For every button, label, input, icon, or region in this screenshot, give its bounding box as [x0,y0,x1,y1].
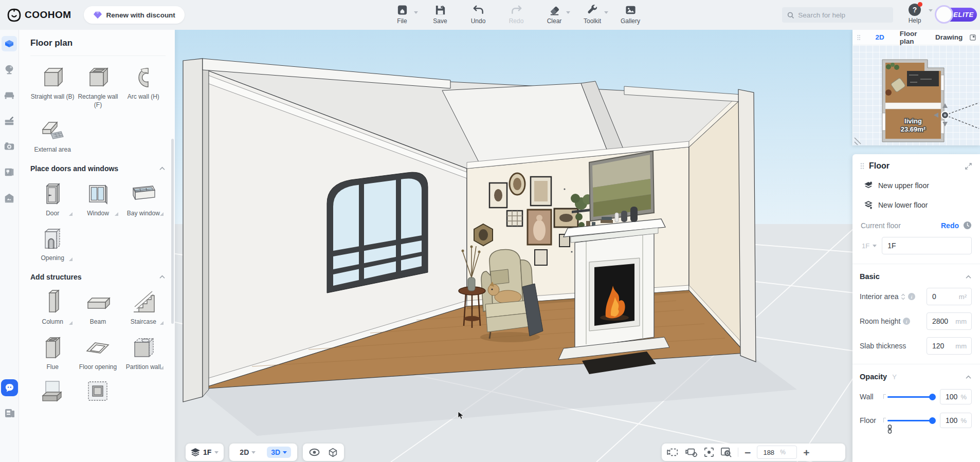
renew-with-discount-button[interactable]: Renew with discount [84,6,185,24]
history-clock-icon[interactable] [963,221,972,230]
help-button[interactable]: ? Help [902,4,927,24]
zoom-level-input[interactable] [757,449,780,456]
catalog-item-clipped-2[interactable] [76,378,120,406]
front-left-pillar-side [203,59,209,397]
catalog-item-partition-wall[interactable]: Partition wall [121,334,166,372]
help-search[interactable] [782,7,893,23]
chevron-down-icon [214,451,219,454]
section-doors-windows[interactable]: Place doors and windows [30,164,166,173]
expand-panel-icon[interactable] [965,163,972,170]
floor-selector-dropdown[interactable]: 1F [860,242,879,250]
interior-area-input[interactable] [927,292,959,301]
toolkit-caret-icon[interactable] [604,11,608,14]
catalog-item-clipped-1[interactable] [30,378,75,406]
catalog-item-external-area[interactable]: External area [30,116,75,154]
camera-icon [4,141,15,152]
drag-handle-icon[interactable] [860,162,865,170]
save-button[interactable]: Save [429,4,451,25]
catalog-item-rectangle-wall[interactable]: Rectangle wall (F) [76,63,120,109]
section-add-structures[interactable]: Add structures [30,273,166,281]
catalog-item-bay-window[interactable]: Bay window [121,180,166,218]
catalog-item-column[interactable]: Column [30,288,75,326]
more-variants-icon[interactable] [160,321,164,325]
external-area-icon [39,116,66,144]
room-height-input[interactable] [927,317,955,325]
zoom-region-button[interactable] [720,447,732,457]
clear-caret-icon[interactable] [566,11,570,14]
catalog-item-floor-opening[interactable]: Floor opening [76,334,120,372]
gallery-button[interactable]: Gallery [619,4,642,25]
floor-switcher[interactable]: 1F [186,443,224,461]
camera-settings-button[interactable] [685,447,698,457]
floor-opacity-slider[interactable] [887,417,935,424]
chat-support-button[interactable] [1,379,18,396]
slab-thickness-input[interactable] [927,342,955,350]
opacity-section-header[interactable]: Opacity Y [860,373,972,381]
rail-drawings-button[interactable] [2,164,17,180]
more-variants-icon[interactable] [69,257,72,261]
more-variants-icon[interactable] [160,366,164,369]
chevron-up-icon [159,166,166,171]
info-icon[interactable]: i [908,293,915,300]
visibility-eye-button[interactable] [309,448,320,456]
user-avatar[interactable] [935,5,953,24]
catalog-item-arc-wall[interactable]: Arc wall (H) [121,63,166,109]
catalog-item-straight-wall[interactable]: Straight wall (B) [30,63,75,109]
rail-render-button[interactable] [2,139,17,154]
wall-opacity-input[interactable] [940,393,960,401]
rail-templates-button[interactable] [2,190,17,206]
view-3d-button[interactable]: 3D [267,447,291,458]
top-toolbar: COOHOM Renew with discount File Save Und… [0,0,980,30]
help-caret-icon[interactable] [929,9,933,12]
floor-name-input[interactable] [882,242,971,250]
catalog-item-opening[interactable]: Opening [30,225,75,263]
floor-opacity-input[interactable] [940,416,960,424]
catalog-item-window[interactable]: Window [76,180,120,218]
info-icon[interactable]: i [903,318,910,325]
more-variants-icon[interactable] [69,321,72,325]
rail-customize-button[interactable] [2,113,17,128]
undo-button[interactable]: Undo [467,4,489,25]
news-feed-icon[interactable] [4,407,16,419]
drag-handle-icon[interactable] [857,34,861,41]
link-opacity-icon[interactable] [886,424,893,434]
minimap-2d-view[interactable]: living 23.69m² [852,45,980,145]
zoom-in-button[interactable]: + [803,447,809,458]
pin-panel-icon[interactable] [970,34,976,41]
camera-view-button[interactable] [667,447,679,457]
focus-center-button[interactable] [704,447,714,457]
toolkit-button[interactable]: Toolkit [581,4,604,25]
more-variants-icon[interactable] [69,212,72,216]
cube-view-button[interactable] [328,448,338,457]
rail-lighting-button[interactable] [2,62,17,77]
stepper-icon[interactable] [901,293,905,300]
tab-floor-plan[interactable]: Floor plan [900,30,928,45]
account-area[interactable]: ELITE [935,5,978,24]
file-button[interactable]: File [391,4,413,25]
new-lower-floor-button[interactable]: New lower floor [860,200,972,210]
more-variants-icon[interactable] [115,212,118,216]
tab-drawing[interactable]: Drawing [935,33,963,41]
basic-section-header[interactable]: Basic [860,272,972,281]
search-input[interactable] [798,11,888,19]
more-variants-icon[interactable] [160,212,164,216]
new-upper-floor-button[interactable]: New upper floor [860,181,972,190]
rail-furniture-button[interactable] [2,87,17,103]
rail-floorplan-button[interactable] [2,36,17,51]
app-logo[interactable]: COOHOM [7,8,71,22]
cube-icon [328,448,338,457]
panel-scrollbar[interactable] [171,139,174,324]
catalog-item-staircase[interactable]: Staircase [121,288,166,326]
catalog-item-beam[interactable]: Beam [76,288,120,326]
wall-opacity-slider[interactable] [887,393,935,400]
file-caret-icon[interactable] [414,11,418,14]
room-height-box: mm [927,312,972,330]
catalog-item-door[interactable]: Door [30,180,75,218]
zoom-out-button[interactable]: − [745,447,751,458]
catalog-item-flue[interactable]: Flue [30,334,75,372]
view-2d-button[interactable]: 2D [235,447,260,458]
tab-2d[interactable]: 2D [875,33,884,41]
clear-button[interactable]: Clear [543,4,566,25]
redo-link[interactable]: Redo [941,221,959,230]
redo-button[interactable]: Redo [505,4,528,25]
